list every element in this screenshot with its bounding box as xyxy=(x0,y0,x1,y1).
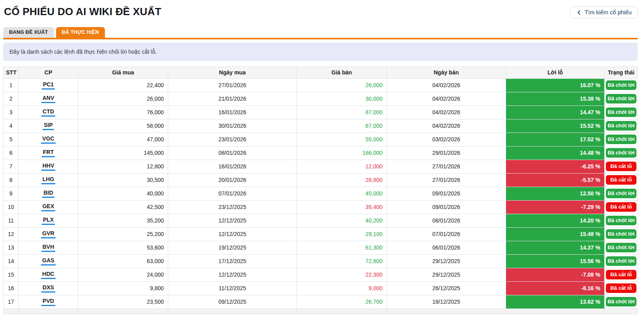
ticker-link[interactable]: PC1 xyxy=(42,81,55,90)
status-badge: Đã chốt lời xyxy=(606,297,636,306)
row-index: 2 xyxy=(4,92,19,105)
status-badge: Đã cắt lỗ xyxy=(606,202,636,212)
status-badge: Đã chốt lời xyxy=(606,243,636,252)
profit-loss-cell: -7.29 % xyxy=(506,200,605,214)
ticker-cell: HHV xyxy=(19,160,78,173)
table-row: 3CTD76,00016/01/202687,00004/02/202614.4… xyxy=(4,105,638,119)
buy-price: 63,000 xyxy=(78,254,168,268)
search-stocks-button[interactable]: Tìm kiếm cổ phiếu xyxy=(570,6,638,18)
status-badge: Đã chốt lời xyxy=(606,107,636,117)
sell-date: 29/01/2026 xyxy=(387,146,506,160)
ticker-link[interactable]: BVH xyxy=(41,244,56,252)
col-header-gia-mua: Giá mua xyxy=(78,66,168,78)
col-header-cp: CP xyxy=(19,66,78,78)
buy-price: 30,500 xyxy=(78,173,168,187)
row-index: 13 xyxy=(4,241,19,254)
empty-cell xyxy=(168,308,297,314)
sell-date: 27/01/2026 xyxy=(387,160,506,173)
ticker-link[interactable]: HHV xyxy=(41,162,56,171)
profit-loss-cell: -5.57 % xyxy=(506,173,605,187)
sell-date: 26/12/2025 xyxy=(387,281,506,295)
table-row: 14GAS63,00017/12/202572,80029/12/202515.… xyxy=(4,254,638,268)
ticker-cell: VGC xyxy=(19,133,78,146)
ticker-link[interactable]: PVD xyxy=(41,298,55,306)
status-badge: Đã chốt lời xyxy=(606,80,636,90)
ticker-link[interactable]: LHG xyxy=(41,176,56,184)
sell-date: 27/01/2026 xyxy=(387,173,506,187)
ticker-link[interactable]: DXS xyxy=(41,284,55,293)
row-index: 12 xyxy=(4,227,19,241)
status-cell: Đã chốt lời xyxy=(605,133,638,146)
sell-price: 45,000 xyxy=(297,187,387,200)
buy-date: 17/12/2025 xyxy=(168,254,297,268)
ticker-cell: FRT xyxy=(19,146,78,160)
sell-price: 55,000 xyxy=(297,133,387,146)
tab-bar: ĐANG ĐỀ XUẤT ĐÃ THỰC HIỆN xyxy=(3,27,638,38)
sell-price: 72,800 xyxy=(297,254,387,268)
ticker-link[interactable]: GVR xyxy=(41,230,55,238)
ticker-link[interactable]: GEX xyxy=(41,203,56,211)
buy-price: 22,400 xyxy=(78,78,168,92)
table-row: 6FRT145,00008/01/2026166,00029/01/202614… xyxy=(4,146,638,160)
sell-price: 166,000 xyxy=(297,146,387,160)
ticker-link[interactable]: VGC xyxy=(41,135,55,144)
buy-price: 26,000 xyxy=(78,92,168,105)
row-index: 17 xyxy=(4,295,19,308)
table-row: 5VGC47,00023/01/202655,00003/02/202617.0… xyxy=(4,133,638,146)
tab-da-thuc-hien[interactable]: ĐÃ THỰC HIỆN xyxy=(56,27,105,38)
status-cell: Đã cắt lỗ xyxy=(605,200,638,214)
sell-price: 28,800 xyxy=(297,173,387,187)
ticker-link[interactable]: GAS xyxy=(41,257,55,265)
col-header-ngay-mua: Ngày mua xyxy=(168,66,297,78)
ticker-link[interactable]: ANV xyxy=(41,95,56,103)
sell-price: 87,000 xyxy=(297,105,387,119)
status-cell: Đã chốt lời xyxy=(605,105,638,119)
table-row: 9BID40,00007/01/202645,00009/01/202612.5… xyxy=(4,187,638,200)
ticker-cell: PLX xyxy=(19,214,78,227)
ticker-cell: GEX xyxy=(19,200,78,214)
col-header-stt: STT xyxy=(4,66,19,78)
status-badge: Đã cắt lỗ xyxy=(606,283,636,293)
profit-loss-cell: -6.25 % xyxy=(506,160,605,173)
empty-cell xyxy=(506,308,605,314)
page: CỔ PHIẾU DO AI WIKI ĐỀ XUẤT Tìm kiếm cổ … xyxy=(0,0,644,314)
sell-date: 04/02/2026 xyxy=(387,92,506,105)
status-badge: Đã chốt lời xyxy=(606,121,636,131)
buy-price: 25,200 xyxy=(78,227,168,241)
status-cell: Đã cắt lỗ xyxy=(605,268,638,281)
profit-loss-cell: 14.37 % xyxy=(506,241,605,254)
ticker-link[interactable]: BID xyxy=(42,189,54,198)
profit-loss-cell: 16.07 % xyxy=(506,78,605,92)
status-cell: Đã chốt lời xyxy=(605,227,638,241)
profit-loss-cell: 14.20 % xyxy=(506,214,605,227)
page-title: CỔ PHIẾU DO AI WIKI ĐỀ XUẤT xyxy=(4,6,161,18)
profit-loss-cell: 15.56 % xyxy=(506,254,605,268)
profit-loss-cell: -8.16 % xyxy=(506,281,605,295)
status-cell: Đã chốt lời xyxy=(605,119,638,133)
row-index: 8 xyxy=(4,173,19,187)
status-cell: Đã cắt lỗ xyxy=(605,281,638,295)
tab-dang-de-xuat[interactable]: ĐANG ĐỀ XUẤT xyxy=(3,27,54,38)
sell-price: 39,400 xyxy=(297,200,387,214)
profit-loss-cell: 14.48 % xyxy=(506,146,605,160)
row-index: 7 xyxy=(4,160,19,173)
sell-price: 22,300 xyxy=(297,268,387,281)
buy-price: 53,600 xyxy=(78,241,168,254)
sell-date: 29/12/2025 xyxy=(387,268,506,281)
sell-date: 18/12/2025 xyxy=(387,295,506,308)
buy-date: 09/12/2025 xyxy=(168,295,297,308)
ticker-link[interactable]: SIP xyxy=(43,122,54,130)
ticker-link[interactable]: CTD xyxy=(41,108,55,117)
ticker-link[interactable]: HDC xyxy=(41,271,55,279)
row-index: 5 xyxy=(4,133,19,146)
empty-cell xyxy=(297,308,387,314)
ticker-link[interactable]: FRT xyxy=(42,149,55,157)
empty-cell xyxy=(387,308,506,314)
ticker-cell: GAS xyxy=(19,254,78,268)
profit-loss-cell: 12.50 % xyxy=(506,187,605,200)
table-row: 4SIP58,00030/01/202667,00004/02/202615.5… xyxy=(4,119,638,133)
buy-date: 23/01/2026 xyxy=(168,133,297,146)
row-index: 6 xyxy=(4,146,19,160)
ticker-link[interactable]: PLX xyxy=(42,217,55,225)
row-index: 15 xyxy=(4,268,19,281)
